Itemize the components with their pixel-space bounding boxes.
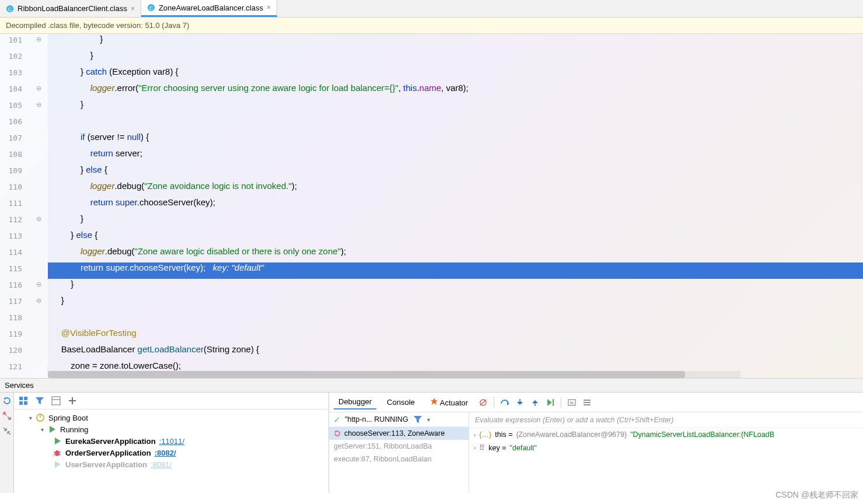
code-line[interactable]: } — [48, 279, 863, 295]
code-line[interactable]: } — [48, 99, 863, 116]
tab-actuator[interactable]: Actuator — [425, 395, 473, 410]
code-line[interactable]: } else { — [48, 164, 863, 181]
line-number[interactable]: 113 — [0, 232, 22, 240]
code-line[interactable]: BaseLoadBalancer getLoadBalancer(String … — [48, 344, 863, 360]
chevron-right-icon[interactable]: › — [474, 444, 476, 451]
expand-icon[interactable] — [2, 411, 12, 421]
tree-running[interactable]: ▾ Running — [14, 424, 329, 435]
frame-row[interactable]: execute:87, RibbonLoadBalan — [329, 453, 469, 466]
tree-root[interactable]: ▾ Spring Boot — [14, 412, 329, 424]
code-editor[interactable]: 101⊖102103104⊖105⊖106107108109110111112⊖… — [0, 34, 863, 378]
code-line[interactable]: @VisibleForTesting — [48, 328, 863, 344]
tab-debugger[interactable]: Debugger — [334, 395, 376, 410]
thread-label[interactable]: "http-n... RUNNING — [345, 415, 408, 424]
code-line[interactable]: } catch (Exception var8) { — [48, 66, 863, 83]
collapse-icon[interactable] — [2, 426, 12, 436]
line-number[interactable]: 116 — [0, 281, 22, 289]
restart-icon[interactable] — [2, 396, 12, 405]
fold-icon[interactable]: ⊖ — [36, 297, 41, 304]
fold-icon[interactable]: ⊖ — [36, 215, 41, 223]
chevron-down-icon[interactable]: ▾ — [29, 415, 32, 421]
line-number[interactable]: 115 — [0, 264, 22, 273]
frame-row[interactable]: getServer:151, RibbonLoadBa — [329, 440, 469, 453]
step-into-icon[interactable] — [515, 398, 525, 407]
code-line[interactable]: } — [48, 214, 863, 230]
line-number[interactable]: 102 — [0, 52, 22, 61]
line-number[interactable]: 120 — [0, 346, 22, 355]
app-port-link[interactable]: :8082/ — [155, 449, 176, 457]
evaluate-input[interactable]: Evaluate expression (Enter) or add a wat… — [469, 412, 863, 428]
line-number[interactable]: 108 — [0, 150, 22, 159]
tab-ribbon[interactable]: C RibbonLoadBalancerClient.class × — [0, 0, 141, 17]
close-icon[interactable]: × — [267, 4, 271, 12]
line-number[interactable]: 107 — [0, 134, 22, 142]
code-line[interactable] — [48, 116, 863, 132]
chevron-down-icon[interactable]: ▾ — [427, 416, 430, 423]
code-line[interactable]: if (server != null) { — [48, 132, 863, 148]
code-line[interactable]: logger.debug("Zone avoidance logic is no… — [48, 181, 863, 197]
evaluate-icon[interactable]: fx — [567, 398, 577, 407]
tab-label: RibbonLoadBalancerClient.class — [18, 4, 127, 13]
grid-icon[interactable] — [19, 396, 28, 405]
code-line[interactable]: } else { — [48, 230, 863, 246]
code-line[interactable]: } — [48, 295, 863, 312]
frame-row[interactable]: chooseServer:113, ZoneAware — [329, 427, 469, 440]
line-number[interactable]: 106 — [0, 117, 22, 126]
play-icon — [53, 460, 62, 469]
scrollbar-thumb[interactable] — [48, 371, 685, 378]
tab-zone-aware[interactable]: C ZoneAwareLoadBalancer.class × — [141, 0, 277, 17]
code-line[interactable]: } — [48, 34, 863, 50]
add-icon[interactable] — [68, 396, 77, 405]
line-number[interactable]: 104 — [0, 85, 22, 93]
line-number[interactable]: 117 — [0, 297, 22, 306]
fold-icon[interactable]: ⊖ — [36, 36, 41, 43]
mute-bp-icon[interactable] — [478, 398, 488, 407]
code-line[interactable]: logger.error("Error choosing server usin… — [48, 83, 863, 99]
filter-icon[interactable] — [35, 396, 44, 405]
line-number[interactable]: 110 — [0, 183, 22, 191]
settings-icon[interactable] — [582, 398, 592, 407]
fold-icon[interactable]: ⊖ — [36, 85, 41, 92]
var-key[interactable]: › ⠿ key = "default" — [469, 441, 863, 454]
check-icon: ✓ — [334, 415, 340, 424]
step-out-icon[interactable] — [530, 398, 540, 407]
svg-rect-8 — [24, 401, 27, 405]
line-number[interactable]: 101 — [0, 36, 22, 44]
chevron-down-icon[interactable]: ▾ — [41, 426, 44, 433]
tree-label: Running — [60, 425, 88, 434]
code-line[interactable]: return super.chooseServer(key); key: "de… — [48, 262, 863, 279]
layout-icon[interactable] — [51, 396, 61, 405]
chevron-right-icon[interactable]: › — [474, 432, 476, 438]
line-number[interactable]: 114 — [0, 248, 22, 257]
line-number[interactable]: 112 — [0, 215, 22, 224]
horizontal-scrollbar[interactable] — [48, 371, 740, 378]
app-port-link[interactable]: :11011/ — [159, 437, 184, 446]
step-over-icon[interactable] — [500, 398, 509, 407]
line-number[interactable]: 103 — [0, 68, 22, 77]
code-line[interactable]: } — [48, 50, 863, 66]
tree-app-order[interactable]: OrderServerApplication :8082/ — [14, 447, 329, 459]
tree-app-eureka[interactable]: EurekaServerApplication :11011/ — [14, 435, 329, 447]
code-line[interactable]: logger.debug("Zone aware logic disabled … — [48, 246, 863, 262]
fold-icon[interactable]: ⊖ — [36, 281, 41, 288]
line-number[interactable]: 119 — [0, 330, 22, 338]
line-number[interactable]: 121 — [0, 362, 22, 371]
close-icon[interactable]: × — [131, 5, 135, 13]
code-line[interactable]: return super.chooseServer(key); — [48, 197, 863, 214]
line-number[interactable]: 105 — [0, 101, 22, 110]
app-name: UserServerApplication — [65, 460, 147, 469]
tab-console[interactable]: Console — [382, 396, 420, 409]
code-line[interactable] — [48, 312, 863, 328]
filter-icon[interactable] — [413, 415, 422, 424]
run-to-cursor-icon[interactable] — [546, 398, 555, 407]
code-line[interactable]: return server; — [48, 148, 863, 164]
line-number[interactable]: 111 — [0, 199, 22, 208]
app-port-link[interactable]: :8081/ — [151, 460, 172, 469]
services-toolwindow-header[interactable]: Services — [0, 378, 863, 393]
line-number[interactable]: 109 — [0, 166, 22, 175]
tree-app-user[interactable]: UserServerApplication :8081/ — [14, 459, 329, 470]
line-number[interactable]: 118 — [0, 313, 22, 322]
fold-icon[interactable]: ⊖ — [36, 101, 41, 108]
play-icon — [47, 425, 57, 434]
var-this[interactable]: › {…} this = {ZoneAwareLoadBalancer@9679… — [469, 428, 863, 441]
